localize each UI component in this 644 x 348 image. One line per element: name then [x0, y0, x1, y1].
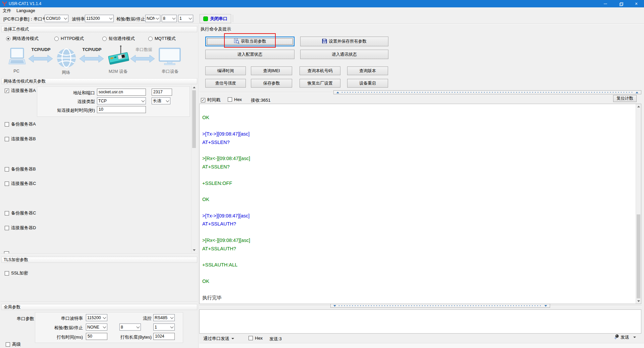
scroll-up-icon[interactable]	[636, 104, 641, 109]
pack-len-input[interactable]: 1024	[153, 333, 175, 340]
baud-label: 波特率	[72, 16, 85, 22]
work-mode-option[interactable]: HTTPD模式	[54, 36, 84, 42]
flow-select[interactable]: RS485	[153, 314, 175, 321]
server-a-checkbox[interactable]: ✓	[5, 89, 9, 93]
advanced-checkbox[interactable]	[6, 342, 10, 347]
toolbar-separator	[233, 15, 233, 22]
log-output[interactable]: OK>[Tx->][09:08:47][asc]AT+SSLEN?>[Rx<-]…	[199, 104, 641, 304]
address-input[interactable]: socket.usr.cn	[97, 89, 146, 96]
send-hex-checkbox[interactable]	[249, 336, 253, 340]
set-save-all-button[interactable]: 设置并保存所有参数	[300, 37, 388, 46]
server-a-label: 连接服务器A	[11, 88, 36, 94]
log-lines: OK>[Tx->][09:08:47][asc]AT+SSLEN?>[Rx<-]…	[202, 105, 634, 302]
enter-config-button[interactable]: 进入配置状态	[205, 50, 294, 59]
factory-reset-button[interactable]: 恢复出厂设置	[300, 79, 340, 88]
g-databits-select[interactable]: 8	[119, 324, 141, 331]
port-input[interactable]: 2317	[152, 89, 172, 96]
server-a-checkbox-row[interactable]: ✓ 连接服务器A	[5, 88, 36, 94]
parity-select[interactable]: NONE	[145, 15, 160, 22]
log-hex-checkbox[interactable]	[228, 97, 232, 102]
log-line	[202, 253, 634, 261]
node-m2m-label: M2M 设备	[105, 69, 131, 74]
log-line: 执行完毕	[202, 294, 634, 302]
server-checkbox[interactable]	[5, 182, 9, 186]
timestamp-checkbox-row[interactable]: ✓ 时间戳	[201, 97, 220, 103]
log-line: OK	[202, 277, 634, 285]
global-params-header: 全局参数	[1, 304, 197, 310]
menu-language[interactable]: Language	[14, 8, 38, 14]
g-parity-select[interactable]: NONE	[86, 324, 107, 331]
ssl-checkbox-row[interactable]: SSL加密	[5, 270, 28, 276]
server-checkbox-row[interactable]: 连接服务器C	[5, 181, 36, 187]
pack-time-input[interactable]: 50	[86, 333, 107, 340]
log-hex-checkbox-row[interactable]: Hex	[228, 97, 242, 102]
server-checkbox-row[interactable]: 连接服务器B	[5, 136, 36, 142]
server-checkbox[interactable]	[5, 122, 9, 127]
ssl-checkbox[interactable]	[5, 271, 9, 276]
stopbits-select[interactable]: 1	[178, 15, 193, 22]
server-checkbox[interactable]	[5, 137, 9, 141]
work-mode-option[interactable]: 短信透传模式	[102, 36, 135, 42]
link2-label: TCP/UDP	[80, 47, 104, 52]
timestamp-checkbox[interactable]: ✓	[201, 98, 205, 102]
enter-comm-button[interactable]: 进入通讯状态	[300, 50, 388, 59]
scroll-up-icon[interactable]	[192, 85, 197, 90]
radio-icon[interactable]	[102, 37, 107, 41]
radio-icon[interactable]	[148, 37, 153, 41]
tls-header: TLS加密参数	[1, 257, 197, 263]
scroll-down-icon[interactable]	[636, 299, 641, 304]
work-mode-option[interactable]: MQTT模式	[148, 36, 176, 42]
log-splitter-handle[interactable]	[333, 90, 641, 94]
baud-select[interactable]: 115200	[85, 15, 114, 22]
send-via-serial-button[interactable]: 通过串口发送	[203, 336, 234, 342]
send-icon	[614, 334, 619, 340]
send-button[interactable]: 发送	[614, 334, 636, 340]
save-icon	[322, 39, 327, 45]
send-hex-checkbox-row[interactable]: Hex	[249, 336, 263, 341]
server-checkbox[interactable]	[5, 211, 9, 215]
server-list-scrollbar[interactable]	[191, 85, 197, 253]
sent-count: 发送:3	[269, 336, 282, 342]
log-line: >[Rx<-][09:08:47][asc]	[202, 236, 634, 244]
reboot-button[interactable]: 设备重启	[347, 79, 388, 88]
query-signal-button[interactable]: 查信号强度	[205, 79, 246, 88]
query-version-button[interactable]: 查询版本	[347, 66, 388, 75]
log-line	[202, 146, 634, 154]
scroll-down-icon[interactable]	[192, 248, 197, 253]
log-scrollbar[interactable]	[636, 104, 641, 304]
restore-button[interactable]	[613, 0, 629, 7]
log-line: >[Tx->][09:08:47][asc]	[202, 130, 634, 138]
compile-time-button[interactable]: 编译时间	[205, 66, 246, 75]
radio-icon[interactable]	[54, 37, 59, 41]
work-mode-option[interactable]: 网络透传模式	[6, 36, 39, 42]
databits-select[interactable]: 8	[162, 15, 177, 22]
send-input-area[interactable]	[199, 309, 641, 334]
server-checkbox-row[interactable]: 备份服务器B	[5, 166, 36, 172]
timeout-input[interactable]: 10	[97, 106, 146, 113]
send-splitter-handle[interactable]	[330, 304, 550, 308]
g-baud-select[interactable]: 115200	[86, 314, 107, 321]
server-checkbox-row[interactable]: 连接服务器D	[5, 225, 36, 231]
conn-type-label: 连接类型	[38, 99, 95, 105]
radio-icon[interactable]	[6, 37, 10, 41]
persist-select[interactable]: 长连	[152, 97, 170, 104]
server-checkbox[interactable]	[5, 167, 9, 171]
query-imei-button[interactable]: 查询IMEI	[251, 66, 292, 75]
advanced-checkbox-row[interactable]: 高级	[6, 341, 21, 347]
close-button[interactable]: ×	[629, 0, 644, 7]
save-params-button[interactable]: 保存参数	[251, 79, 292, 88]
menu-file[interactable]: 文件	[0, 7, 14, 14]
server-checkbox[interactable]	[5, 226, 9, 230]
status-strip	[199, 343, 644, 348]
com-port-select[interactable]: COM10	[45, 15, 68, 22]
reset-count-button[interactable]: 复位计数	[613, 95, 637, 102]
minimize-button[interactable]	[598, 0, 613, 7]
g-stopbits-select[interactable]: 1	[153, 324, 175, 331]
close-serial-button[interactable]: 关闭串口	[200, 14, 231, 23]
scrollbar-thumb[interactable]	[192, 90, 196, 148]
conn-type-select[interactable]: TCP	[97, 97, 146, 104]
server-checkbox-row[interactable]: 备份服务器A	[5, 121, 36, 127]
scrollbar-thumb[interactable]	[637, 214, 640, 298]
server-checkbox-row[interactable]: 备份服务器C	[5, 210, 36, 216]
query-number-button[interactable]: 查询本机号码	[300, 66, 340, 75]
